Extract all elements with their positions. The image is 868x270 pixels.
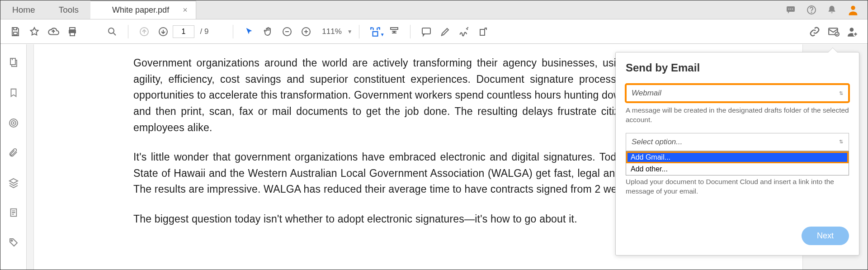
tab-document-active[interactable]: White paper.pdf × [90,0,196,19]
print-icon[interactable] [63,26,82,37]
cloud-link-help-text: Upload your document to Document Cloud a… [626,177,849,196]
chat-icon[interactable] [785,5,796,15]
attachment-icon[interactable] [9,147,19,160]
panel-pointer-icon [828,48,837,52]
save-icon[interactable] [6,26,25,37]
left-sidebar [0,44,27,270]
account-option-gmail[interactable]: Add Gmail... [626,152,849,163]
svg-point-2 [790,9,791,9]
highlight-icon[interactable] [436,26,455,37]
comment-icon[interactable] [417,26,436,37]
chevron-updown-icon: ⇅ [839,139,843,145]
bookmark-icon[interactable] [9,87,19,100]
page-number-input-wrap: / 9 [173,25,208,38]
hand-tool-icon[interactable] [259,26,278,37]
zoom-value-label: 111% [316,27,343,36]
svg-point-22 [850,28,854,32]
document-text-icon[interactable] [9,207,19,220]
selection-cursor-icon[interactable] [240,27,259,37]
help-icon[interactable] [806,5,817,15]
dropdown-arrow-icon[interactable]: ▼ [380,32,385,37]
target-icon[interactable] [8,118,19,130]
tab-tools[interactable]: Tools [47,0,90,19]
link-icon[interactable] [805,26,824,37]
share-add-person-icon[interactable] [843,26,862,38]
next-button[interactable]: Next [802,227,849,245]
svg-point-1 [788,9,789,9]
send-email-icon[interactable] [824,26,843,38]
zoom-out-icon[interactable] [278,26,297,37]
account-option-other[interactable]: Add other... [626,163,849,175]
svg-point-5 [811,12,812,12]
page-display-icon[interactable] [385,26,404,37]
svg-rect-10 [70,33,75,36]
svg-rect-19 [480,29,485,35]
zoom-in-icon[interactable] [297,26,316,37]
account-select[interactable]: Select option... ⇅ Add Gmail... Add othe… [626,133,849,151]
email-method-value: Webmail [632,89,661,98]
app-tabbar: Home Tools White paper.pdf × [0,0,868,19]
tab-close-button[interactable]: × [183,5,188,15]
send-email-panel: Send by Email Webmail ⇅ A message will b… [615,52,859,256]
email-method-select[interactable]: Webmail ⇅ [626,84,849,102]
svg-rect-17 [391,28,398,29]
svg-point-27 [13,123,14,123]
page-number-input[interactable] [173,25,194,38]
svg-rect-16 [373,32,377,36]
panel-title: Send by Email [626,62,849,74]
layers-icon[interactable] [8,177,19,190]
email-method-help-text: A message will be created in the designa… [626,106,849,125]
main-toolbar: / 9 111% ▼ ▼ [0,19,868,44]
page-down-icon[interactable] [154,26,173,37]
cloud-upload-icon[interactable] [44,26,63,38]
tab-document-label: White paper.pdf [112,5,169,15]
svg-rect-18 [422,28,430,34]
svg-point-11 [108,28,114,33]
svg-point-29 [11,240,12,242]
thumbnails-icon[interactable] [8,57,19,70]
search-icon[interactable] [103,26,122,37]
page-up-icon[interactable] [135,26,154,37]
chevron-updown-icon: ⇅ [839,90,843,96]
svg-point-3 [792,9,793,9]
svg-rect-8 [70,28,75,30]
rotate-page-icon[interactable] [474,26,493,37]
star-icon[interactable] [25,26,44,37]
svg-rect-7 [14,32,17,35]
tag-icon[interactable] [8,237,19,250]
account-dropdown-list: Add Gmail... Add other... [626,151,849,175]
sign-icon[interactable] [455,26,474,38]
account-select-placeholder: Select option... [632,137,682,147]
user-profile-icon[interactable] [847,4,859,16]
svg-point-6 [851,5,855,9]
bell-icon[interactable] [827,5,837,15]
tab-home[interactable]: Home [0,0,47,19]
zoom-dropdown-icon[interactable]: ▼ [347,28,353,35]
page-total-label: / 9 [200,27,208,36]
svg-rect-24 [10,58,15,65]
